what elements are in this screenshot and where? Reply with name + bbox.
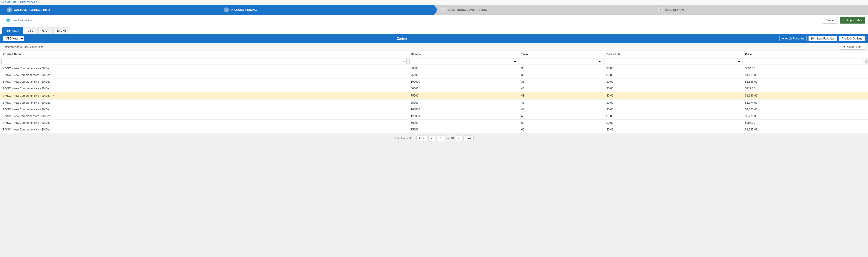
- step-3[interactable]: 3 ELECTRONIC CONTRACTING: [434, 5, 651, 15]
- action-right-section: Cancel ✓ Apply Rates: [822, 17, 865, 24]
- filter-term: [518, 58, 603, 65]
- filter-price-select[interactable]: [744, 59, 867, 64]
- cell-price: $1,235.00: [742, 126, 868, 133]
- filter-product-name-select[interactable]: [1, 59, 407, 64]
- cell-price: $987.00: [742, 120, 868, 126]
- step-2-label: PRODUCT PRICING: [231, 8, 257, 11]
- step-4[interactable]: 4 DEAL REVIEW: [651, 5, 868, 15]
- cell-deductible: $0.00: [604, 99, 742, 106]
- cell-deductible: $0.00: [604, 85, 742, 92]
- table-row[interactable]: Z VSC - New Comprehensive - $0 Ded600006…: [0, 120, 868, 126]
- breadcrumb-current: DEAL WIZARD: [20, 1, 37, 4]
- action-bar: i Deal Information Cancel ✓ Apply Rates: [0, 15, 868, 26]
- table-row[interactable]: Z VSC - New Comprehensive - $0 Ded125000…: [0, 113, 868, 120]
- products-table-container: Product Name Mileage Term Deductible Pri…: [0, 51, 868, 133]
- filter-mileage-select[interactable]: [409, 59, 517, 64]
- breadcrumb-sep1: >: [11, 1, 12, 4]
- cell-mileage: 100000: [408, 106, 518, 113]
- total-items-label: Total Items: 93: [394, 137, 412, 140]
- first-page-button[interactable]: First: [416, 136, 427, 141]
- current-page-input[interactable]: 1: [437, 136, 446, 141]
- cell-deductible: $0.00: [604, 126, 742, 133]
- cell-term: 36: [518, 65, 603, 72]
- step-1-label: CUSTOMER/VEHICLE INFO: [14, 8, 50, 11]
- prev-page-button[interactable]: <: [429, 136, 435, 141]
- tab-maint[interactable]: MAINT: [53, 27, 70, 34]
- filter-icon: ▼: [843, 45, 846, 49]
- col-header-term: Term: [518, 51, 603, 58]
- cell-mileage: 75000: [408, 72, 518, 79]
- table-row[interactable]: Z VSC - New Comprehensive - $0 Ded ←7500…: [0, 92, 868, 99]
- tab-gap[interactable]: GAP: [38, 27, 52, 34]
- cell-mileage: 100000: [408, 79, 518, 85]
- products-table: Product Name Mileage Term Deductible Pri…: [0, 51, 868, 133]
- table-filter-row: [0, 58, 868, 65]
- save-favorites-button[interactable]: 💾 Save Favorites: [808, 36, 837, 41]
- last-page-button[interactable]: Last: [463, 136, 474, 141]
- cell-price: $1,566.00: [742, 79, 868, 85]
- filter-deductible: [604, 58, 742, 65]
- step-1[interactable]: 1 CUSTOMER/VEHICLE INFO: [0, 5, 217, 15]
- cell-product-name: Z VSC - New Comprehensive - $0 Ded: [0, 126, 408, 133]
- next-page-button[interactable]: >: [455, 136, 462, 141]
- provider-options-button[interactable]: Provider Options: [839, 36, 865, 41]
- deal-info-section: i Deal Information: [3, 17, 35, 24]
- retrieved-bar: Retrieved: Apr 11, 2023 2:09:41 PM ▼ Cle…: [0, 43, 868, 51]
- floppy-icon: 💾: [811, 37, 815, 40]
- cell-mileage: 75000: [408, 92, 518, 99]
- cell-term: 48: [518, 92, 603, 99]
- apply-rates-button[interactable]: ✓ Apply Rates: [840, 17, 865, 24]
- table-row[interactable]: Z VSC - New Comprehensive - $0 Ded750003…: [0, 72, 868, 79]
- table-row[interactable]: Z VSC - New Comprehensive - $0 Ded100000…: [0, 106, 868, 113]
- step-2[interactable]: 2 PRODUCT PRICING: [217, 5, 434, 15]
- breadcrumb-fni[interactable]: F&I: [13, 1, 17, 4]
- table-row[interactable]: Z VSC - New Comprehensive - $0 Ded750006…: [0, 126, 868, 133]
- step-2-num: 2: [224, 7, 229, 12]
- filter-term-select[interactable]: [520, 59, 602, 64]
- table-body: Z VSC - New Comprehensive - $0 Ded600003…: [0, 65, 868, 133]
- cell-product-name: Z VSC - New Comprehensive - $0 Ded: [0, 106, 408, 113]
- cell-deductible: $0.00: [604, 113, 742, 120]
- step-4-label: DEAL REVIEW: [665, 8, 684, 11]
- tab-summary[interactable]: Summary: [2, 27, 23, 34]
- provider-right: ★ Apply Favorites 💾 Save Favorites Provi…: [779, 36, 865, 41]
- star-icon: ★: [782, 37, 785, 40]
- col-header-deductible: Deductible: [604, 51, 742, 58]
- breadcrumb-home[interactable]: HOME: [3, 1, 10, 4]
- cell-product-name: Z VSC - New Comprehensive - $0 Ded: [0, 79, 408, 85]
- cell-deductible: $0.00: [604, 79, 742, 85]
- table-row[interactable]: Z VSC - New Comprehensive - $0 Ded600003…: [0, 65, 868, 72]
- cell-mileage: 60000: [408, 85, 518, 92]
- cell-deductible: $0.00: [604, 65, 742, 72]
- cell-mileage: 60000: [408, 120, 518, 126]
- breadcrumb-sep2: >: [18, 1, 19, 4]
- tab-vsc[interactable]: VSC: [24, 27, 38, 34]
- cancel-button[interactable]: Cancel: [822, 17, 838, 24]
- cell-product-name: Z VSC - New Comprehensive - $0 Ded ←: [0, 92, 408, 99]
- filter-mileage: [408, 58, 518, 65]
- col-header-product-name: Product Name: [0, 51, 408, 58]
- filter-product-name: [0, 58, 408, 65]
- tabs-row: Summary VSC GAP MAINT: [0, 26, 868, 34]
- cell-product-name: Z VSC - New Comprehensive - $0 Ded: [0, 72, 408, 79]
- info-icon: i: [6, 19, 10, 22]
- cell-product-name: Z VSC - New Comprehensive - $0 Ded: [0, 65, 408, 72]
- provider-name: Zurich: [24, 37, 779, 40]
- apply-favorites-button[interactable]: ★ Apply Favorites: [779, 36, 807, 41]
- cell-deductible: $0.00: [604, 92, 742, 99]
- cell-price: $894.00: [742, 65, 868, 72]
- filter-deductible-select[interactable]: [605, 59, 741, 64]
- vsc-type-select[interactable]: VSC-New VSC-Used: [3, 36, 24, 41]
- cell-deductible: $0.00: [604, 106, 742, 113]
- cell-mileage: 85000: [408, 99, 518, 106]
- cell-product-name: Z VSC - New Comprehensive - $0 Ded: [0, 99, 408, 106]
- provider-bar: VSC-New VSC-Used Zurich ★ Apply Favorite…: [0, 34, 868, 43]
- clear-filters-button[interactable]: ▼ Clear Filters: [840, 44, 865, 50]
- table-row[interactable]: Z VSC - New Comprehensive - $0 Ded100000…: [0, 79, 868, 85]
- cell-mileage: 125000: [408, 113, 518, 120]
- table-row[interactable]: Z VSC - New Comprehensive - $0 Ded600004…: [0, 85, 868, 92]
- cell-price: $2,275.00: [742, 113, 868, 120]
- step-3-label: ELECTRONIC CONTRACTING: [448, 8, 487, 11]
- table-row[interactable]: Z VSC - New Comprehensive - $0 Ded850004…: [0, 99, 868, 106]
- deal-information-button[interactable]: i Deal Information: [3, 17, 35, 24]
